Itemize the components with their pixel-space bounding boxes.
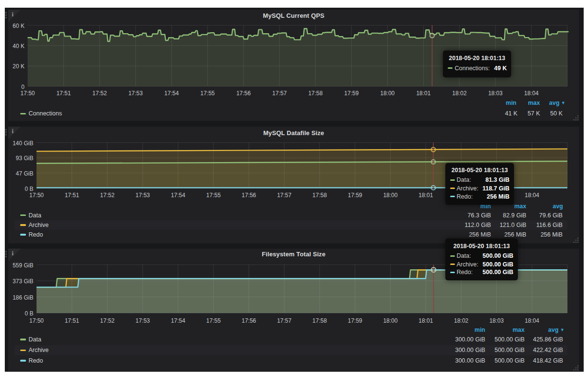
svg-text:i: i — [12, 11, 14, 18]
svg-text:i: i — [12, 127, 14, 135]
svg-text:i: i — [12, 250, 14, 257]
